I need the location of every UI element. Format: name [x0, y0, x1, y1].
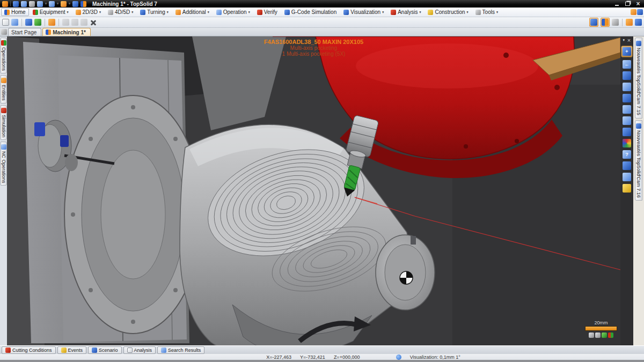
3d-viewport[interactable]: F4AS1600ADL38_50 MAXIN 20X105 Multi-axis… — [7, 36, 620, 345]
menu-equipment[interactable]: Equipment — [30, 8, 72, 16]
zoom-icon[interactable] — [623, 116, 631, 125]
chevron-down-icon — [496, 11, 498, 13]
sidebar-tab-simulation[interactable]: Simulation — [1, 105, 7, 140]
chevron-down-icon — [131, 11, 133, 13]
previous-view-icon[interactable]: ← — [623, 60, 631, 69]
menu-turning[interactable]: Turning — [137, 8, 172, 16]
info-list-icon[interactable]: ? — [623, 150, 631, 159]
print-icon[interactable] — [29, 1, 35, 7]
check-in-icon[interactable] — [34, 19, 41, 26]
whats-new-icon[interactable] — [631, 9, 636, 15]
bottom-tab-bar: Cutting Conditions Events Scenario Analy… — [0, 345, 644, 354]
stock-icon[interactable] — [612, 19, 619, 26]
machining-scene — [7, 36, 620, 345]
divider — [21, 19, 22, 26]
simulate-dropdown-icon[interactable] — [69, 3, 70, 5]
pin-panel-icon[interactable] — [623, 39, 625, 41]
tab-cutting-conditions[interactable]: Cutting Conditions — [2, 346, 56, 354]
undo-icon[interactable] — [37, 1, 43, 7]
scale-label: 20mm — [585, 320, 617, 326]
menu-gcode-simulation[interactable]: G-Code Simulation — [281, 8, 340, 16]
section-view-icon[interactable] — [623, 161, 631, 170]
check-out-icon[interactable] — [25, 19, 32, 26]
scenario-icon — [92, 348, 97, 353]
nc-operations-icon — [1, 144, 6, 150]
coordinate-z: Z=+000,000 — [334, 354, 360, 360]
tab-search-results[interactable]: Search Results — [157, 346, 204, 354]
menu-analysis[interactable]: Analysis — [387, 8, 424, 16]
document-viewer-icon[interactable] — [626, 19, 633, 26]
synchronize-icon[interactable] — [48, 19, 55, 26]
menu-operation[interactable]: Operation — [213, 8, 253, 16]
menu-construction[interactable]: Construction — [425, 8, 471, 16]
menu-home[interactable]: Home — [1, 8, 29, 16]
help-icon[interactable] — [637, 9, 643, 15]
tab-start-page[interactable]: Start Page — [8, 28, 41, 36]
verify-icon — [257, 10, 262, 15]
delete-icon[interactable] — [90, 19, 97, 26]
screen-capture-icon[interactable] — [635, 19, 642, 26]
machine-elements-icon — [590, 19, 597, 26]
cam-operations-highlight[interactable] — [601, 18, 610, 27]
operations-icon — [1, 40, 6, 46]
menu-2d3d[interactable]: 2D/3D — [72, 8, 104, 16]
topsolid-window: Machining 1* - TopSolid 7 Home Equipment… — [0, 0, 644, 362]
redo-dropdown-icon[interactable] — [57, 3, 58, 5]
save-icon[interactable] — [13, 1, 19, 7]
4d5d-icon — [108, 10, 113, 15]
new-document-icon[interactable] — [2, 19, 9, 26]
visualization-tolerance: Visualization: 0,1mm 1° — [410, 354, 460, 360]
menu-additional[interactable]: Additional — [172, 8, 213, 16]
standard-toolbar — [0, 17, 644, 28]
status-bar: X=-227,463 Y=-732,421 Z=+000,000 Visuali… — [0, 354, 644, 360]
sidebar-tab-nc-operations[interactable]: NC Operations — [1, 142, 7, 186]
import-view-icon[interactable] — [623, 173, 631, 181]
multi-viewport-icon[interactable] — [623, 94, 631, 102]
tab-analysis[interactable]: Analysis — [123, 346, 156, 354]
whats-new-icon — [636, 41, 641, 46]
menu-visualization[interactable]: Visualization — [340, 8, 387, 16]
update-document-icon[interactable] — [80, 1, 86, 7]
tab-events[interactable]: Events — [57, 346, 87, 354]
tab-scenario[interactable]: Scenario — [88, 346, 122, 354]
refresh-icon[interactable] — [72, 1, 78, 7]
close-button[interactable] — [634, 1, 642, 6]
flag-icon — [46, 29, 51, 35]
ribbon-menu-bar: Home Equipment 2D/3D 4D/5D Turning Addit… — [0, 8, 644, 17]
window-list-icon[interactable] — [1, 29, 7, 35]
save-all-icon[interactable] — [21, 1, 27, 7]
zoom-frame-icon[interactable] — [623, 105, 631, 114]
sidebar-tab-operations[interactable]: Operations — [1, 38, 7, 73]
tab-whats-new-716[interactable]: Nouveautés TopSolid'Cam 7.16 — [635, 120, 642, 201]
shaded-view-icon[interactable] — [623, 83, 631, 91]
minimize-button[interactable] — [613, 1, 620, 6]
view-direction-icon[interactable] — [623, 71, 631, 80]
redo-icon[interactable] — [49, 1, 55, 7]
collision-display-icon[interactable] — [608, 333, 613, 338]
solid-stock-icon[interactable] — [595, 333, 601, 338]
menu-tools[interactable]: Tools — [472, 8, 501, 16]
stock-display-icon[interactable] — [623, 184, 631, 193]
paste-icon — [80, 19, 87, 26]
isometric-view-icon[interactable] — [623, 128, 631, 136]
menu-verify[interactable]: Verify — [254, 8, 281, 16]
machined-stock-icon[interactable] — [602, 333, 607, 338]
open-document-icon[interactable] — [11, 19, 18, 26]
tab-machining-1[interactable]: Machining 1* — [42, 28, 91, 36]
menu-4d5d[interactable]: 4D/5D — [105, 8, 136, 16]
simulate-icon[interactable] — [61, 1, 67, 7]
tab-whats-new-715[interactable]: Nouveautés TopSolid'Cam 7.15 — [635, 38, 642, 119]
undo-dropdown-icon[interactable] — [45, 3, 47, 5]
sidebar-tab-entities[interactable]: Entities — [1, 75, 7, 104]
title-bar: Machining 1* - TopSolid 7 — [0, 0, 644, 8]
close-panel-icon[interactable] — [627, 37, 631, 43]
machine-elements-highlight[interactable] — [589, 18, 598, 27]
divider — [58, 19, 59, 26]
divider — [622, 19, 623, 26]
restore-button[interactable] — [624, 1, 631, 6]
pan-view-active[interactable]: + — [621, 46, 633, 57]
wireframe-stock-icon[interactable] — [589, 333, 594, 338]
render-style-icon[interactable] — [623, 139, 631, 147]
blue-clamp-2 — [60, 135, 69, 147]
whats-new-icon — [636, 123, 641, 129]
